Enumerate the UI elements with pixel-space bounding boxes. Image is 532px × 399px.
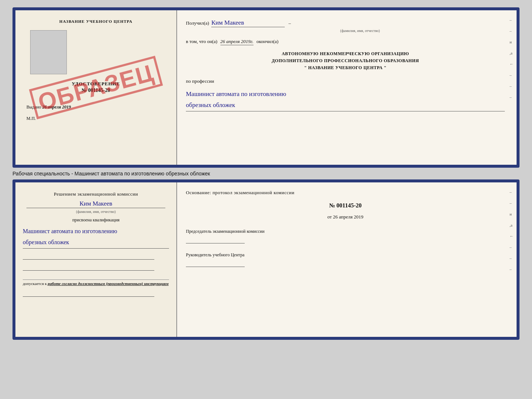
vtom-label: в том, что он(а) [186,39,218,44]
profession-handwritten: Машинист автомата по изготовлению обрезн… [186,89,505,111]
blank-line-2 [23,263,154,271]
org-line3: " НАЗВАНИЕ УЧЕБНОГО ЦЕНТРА " [186,64,505,71]
cert-number: № 001145-20 [72,88,120,93]
poluchil-name: Ким Макеев [211,19,285,27]
dopuskaetsya-line: допускается к работе согласно должностны… [23,279,169,286]
bottom-name: Ким Макеев [26,200,165,208]
dopuskaetsya-italic: работе согласно должностным (производств… [48,281,169,286]
rukovoditel-signature-line [186,260,245,267]
top-document: НАЗВАНИЕ УЧЕБНОГО ЦЕНТРА УДОСТОВЕРЕНИЕ №… [12,7,520,168]
org-line1: АВТОНОМНУЮ НЕКОММЕРЧЕСКУЮ ОРГАНИЗАЦИЮ [186,50,505,57]
kvalif-line1: Машинист автомата по изготовлению [23,226,169,237]
org-line2: ДОПОЛНИТЕЛЬНОГО ПРОФЕССИОНАЛЬНОГО ОБРАЗО… [186,57,505,64]
fio-hint-top: (фамилия, имя, отчество) [215,29,505,33]
bottom-right: Основание: протокол экзаменационной коми… [177,182,517,337]
okonchil-label: окончил(а) [256,39,278,44]
dopuskaetsya-prefix: допускается к [23,281,47,286]
predsedatel-block: Председатель экзаменационной комиссии [186,228,505,243]
photo-placeholder [30,30,67,74]
vydano-label: Выдано [26,104,41,110]
doc-right: Получил(а) Ким Макеев – (фамилия, имя, о… [177,10,517,165]
blank-line-1 [23,252,154,260]
right-vertical-marks-bottom: – – и ,а ← – – – [510,190,514,271]
center-title: НАЗВАНИЕ УЧЕБНОГО ЦЕНТРА [60,19,133,24]
profession-line2: обрезных обложек [186,100,505,111]
profession-line1: Машинист автомата по изготовлению [186,89,505,100]
vtom-line: в том, что он(а) 26 апреля 2019г. окончи… [186,39,505,45]
fio-hint-bottom: (фамилия, имя, отчество) [23,210,169,214]
udostoverenie-title: УДОСТОВЕРЕНИЕ [72,81,120,87]
rukovoditel-label: Руководитель учебного Центра [186,252,505,258]
resheniem-text: Решением экзаменационной комиссии [23,191,169,197]
kvalif-handwritten: Машинист автомата по изготовлению обрезн… [23,226,169,249]
udostoverenie-block: УДОСТОВЕРЕНИЕ № 001145-20 [72,81,120,93]
po-professii-label: по профессии [186,78,505,84]
vtom-date: 26 апреля 2019г. [220,39,254,45]
right-vertical-marks-top: – – и ,а ← – – – [510,18,514,99]
bottom-left: Решением экзаменационной комиссии Ким Ма… [15,182,177,337]
document-container: НАЗВАНИЕ УЧЕБНОГО ЦЕНТРА УДОСТОВЕРЕНИЕ №… [12,7,520,340]
kvalif-line2: обрезных обложек [23,237,169,248]
org-block: АВТОНОМНУЮ НЕКОММЕРЧЕСКУЮ ОРГАНИЗАЦИЮ ДО… [186,50,505,72]
mp-line: М.П. [26,116,36,121]
poluchil-label: Получил(а) [186,20,209,26]
doc-left: НАЗВАНИЕ УЧЕБНОГО ЦЕНТРА УДОСТОВЕРЕНИЕ №… [15,10,177,165]
predsedatel-signature-line [186,236,245,243]
caption-text: Рабочая специальность - Машинист автомат… [12,171,520,177]
ot-date-value: 26 апреля 2019 [333,214,363,220]
ot-date: от 26 апреля 2019 [186,214,505,220]
protocol-number: № 001145-20 [186,202,505,209]
poluchil-dash: – [288,20,291,26]
prisvoena-text: присвоена квалификация [23,217,169,223]
osnovanie-label: Основание: протокол экзаменационной коми… [186,190,505,196]
poluchil-line: Получил(а) Ким Макеев – [186,19,505,27]
ot-label: от [327,214,332,220]
predsedatel-label: Председатель экзаменационной комиссии [186,228,505,235]
bottom-document: Решением экзаменационной комиссии Ким Ма… [12,179,520,340]
rukovoditel-block: Руководитель учебного Центра [186,252,505,267]
vydano-date: 26 апреля 2019 [42,104,71,110]
vydano-line: Выдано 26 апреля 2019 [26,104,71,110]
blank-line-3 [23,289,154,297]
